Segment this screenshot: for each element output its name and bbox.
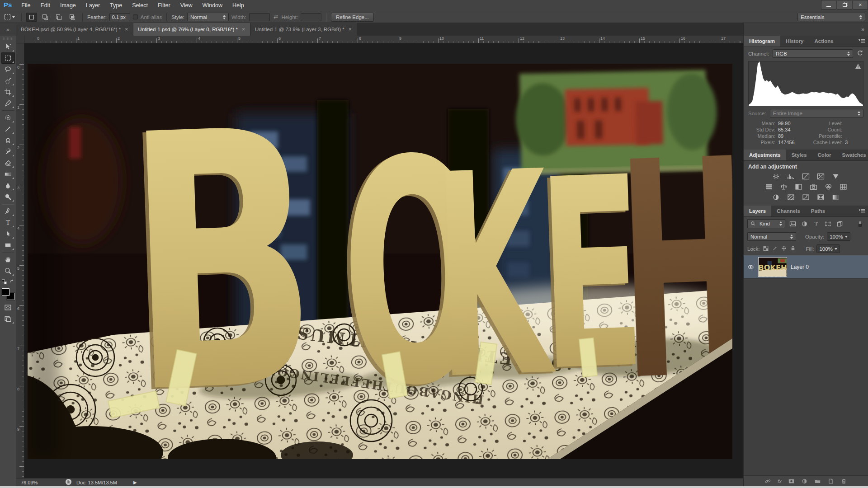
tab-color[interactable]: Color: [812, 150, 837, 160]
panel-collapse-button[interactable]: »: [743, 23, 868, 36]
layer-style-fx-icon[interactable]: fx: [778, 479, 782, 484]
close-icon[interactable]: ×: [124, 26, 128, 33]
menu-type[interactable]: Type: [105, 0, 127, 11]
selective-color-icon[interactable]: [830, 192, 842, 202]
swap-dimensions-icon[interactable]: [273, 14, 279, 21]
panel-menu-icon[interactable]: [858, 206, 868, 216]
menu-edit[interactable]: Edit: [36, 0, 56, 11]
gradient-tool[interactable]: [1, 169, 15, 180]
quick-mask-button[interactable]: [1, 302, 15, 313]
type-tool[interactable]: T: [1, 217, 15, 228]
close-icon[interactable]: ×: [348, 26, 352, 33]
menu-view[interactable]: View: [175, 0, 198, 11]
exposure-icon[interactable]: [815, 172, 827, 181]
rectangle-tool[interactable]: [1, 239, 15, 251]
panel-menu-icon[interactable]: [858, 36, 868, 47]
doc-profile-icon[interactable]: [65, 479, 72, 486]
filter-type-layers-icon[interactable]: T: [811, 220, 821, 228]
clone-stamp-tool[interactable]: [1, 135, 15, 146]
doc-size-readout[interactable]: Doc: 13.5M/13.5M: [76, 480, 117, 485]
lock-transparency-icon[interactable]: [763, 245, 769, 252]
lock-all-icon[interactable]: [790, 245, 796, 252]
tool-preset-picker[interactable]: [3, 14, 17, 19]
menu-image[interactable]: Image: [55, 0, 81, 11]
brush-tool[interactable]: [1, 123, 15, 135]
hand-tool[interactable]: [1, 254, 15, 265]
toolbar-collapse-button[interactable]: »: [0, 23, 16, 36]
lasso-tool[interactable]: [1, 64, 15, 75]
cached-data-warning-icon[interactable]: [855, 63, 861, 69]
filter-toggle-switch[interactable]: [855, 220, 864, 228]
opacity-input[interactable]: 100%: [827, 232, 850, 241]
path-selection-tool[interactable]: [1, 228, 15, 239]
menu-filter[interactable]: Filter: [153, 0, 175, 11]
swap-colors-icon[interactable]: [9, 278, 14, 286]
add-layer-mask-icon[interactable]: [788, 478, 795, 484]
brightness-contrast-icon[interactable]: [770, 172, 782, 181]
selection-mode-new[interactable]: [26, 13, 37, 22]
menu-file[interactable]: File: [16, 0, 35, 11]
lock-position-icon[interactable]: [781, 245, 787, 252]
document-tab-untitled1[interactable]: Untitled-1 @ 73.9% (Layer 3, RGB/8) * ×: [250, 23, 357, 36]
tab-actions[interactable]: Actions: [809, 36, 839, 47]
restore-button[interactable]: [837, 0, 852, 9]
selection-mode-subtract[interactable]: [53, 13, 64, 22]
filter-adjustment-layers-icon[interactable]: [800, 220, 809, 228]
link-layers-icon[interactable]: [764, 478, 771, 484]
delete-layer-icon[interactable]: [840, 478, 847, 484]
new-group-icon[interactable]: [814, 478, 821, 484]
layer-thumbnail[interactable]: BOKEH: [758, 257, 787, 277]
threshold-icon[interactable]: [800, 192, 812, 202]
tab-styles[interactable]: Styles: [786, 150, 812, 160]
width-input[interactable]: [249, 13, 270, 21]
blur-tool[interactable]: [1, 180, 15, 191]
tab-history[interactable]: History: [780, 36, 809, 47]
menu-window[interactable]: Window: [198, 0, 227, 11]
gradient-map-icon[interactable]: [815, 192, 827, 202]
photo-filter-icon[interactable]: [807, 182, 819, 192]
refresh-histogram-icon[interactable]: [857, 50, 863, 57]
zoom-tool[interactable]: [1, 265, 15, 277]
layer-visibility-eye-icon[interactable]: [746, 264, 755, 270]
vibrance-icon[interactable]: [830, 172, 842, 181]
selection-mode-add[interactable]: [40, 13, 51, 22]
feather-input[interactable]: 0.1 px: [109, 13, 130, 21]
black-white-icon[interactable]: [793, 182, 804, 192]
ruler-origin-corner[interactable]: [16, 36, 24, 43]
move-tool[interactable]: [1, 41, 15, 52]
hue-saturation-icon[interactable]: [763, 182, 774, 192]
blend-mode-dropdown[interactable]: Normal: [747, 232, 796, 241]
source-dropdown[interactable]: Entire Image: [770, 109, 863, 117]
new-adjustment-layer-icon[interactable]: [801, 478, 808, 484]
eyedropper-tool[interactable]: [1, 98, 15, 109]
color-lookup-icon[interactable]: [837, 182, 849, 192]
refine-edge-button[interactable]: Refine Edge...: [331, 13, 374, 22]
filter-shape-layers-icon[interactable]: [823, 220, 832, 228]
quick-selection-tool[interactable]: [1, 75, 15, 86]
workspace-switcher[interactable]: Essentials: [797, 13, 865, 21]
foreground-color-swatch[interactable]: [2, 288, 9, 296]
screen-mode-button[interactable]: [1, 313, 15, 324]
vertical-ruler[interactable]: 0123456789: [16, 43, 24, 478]
channel-mixer-icon[interactable]: [822, 182, 834, 192]
style-dropdown[interactable]: Normal: [187, 13, 229, 21]
crop-tool[interactable]: [1, 86, 15, 98]
antialias-checkbox[interactable]: [133, 14, 138, 19]
filter-kind-dropdown[interactable]: Kind: [747, 219, 785, 228]
eraser-tool[interactable]: [1, 157, 15, 169]
tab-adjustments[interactable]: Adjustments: [744, 150, 786, 160]
pen-tool[interactable]: [1, 206, 15, 217]
invert-icon[interactable]: [770, 192, 782, 202]
tab-layers[interactable]: Layers: [744, 206, 771, 216]
tab-swatches[interactable]: Swatches: [837, 150, 868, 160]
lock-pixels-icon[interactable]: [772, 245, 778, 252]
new-layer-icon[interactable]: [827, 478, 834, 484]
fill-input[interactable]: 100%: [816, 244, 840, 253]
layer-name[interactable]: Layer 0: [791, 264, 809, 270]
layer-row-layer0[interactable]: BOKEH Layer 0: [744, 255, 868, 279]
status-options-arrow[interactable]: ▶: [133, 480, 137, 485]
document-canvas[interactable]: SOMETHINGABOUTMUSIC HINGABOUTHEFEELINGOF…: [24, 43, 743, 478]
channel-dropdown[interactable]: RGB: [773, 49, 853, 58]
close-button[interactable]: ×: [853, 0, 868, 9]
color-balance-icon[interactable]: [778, 182, 789, 192]
